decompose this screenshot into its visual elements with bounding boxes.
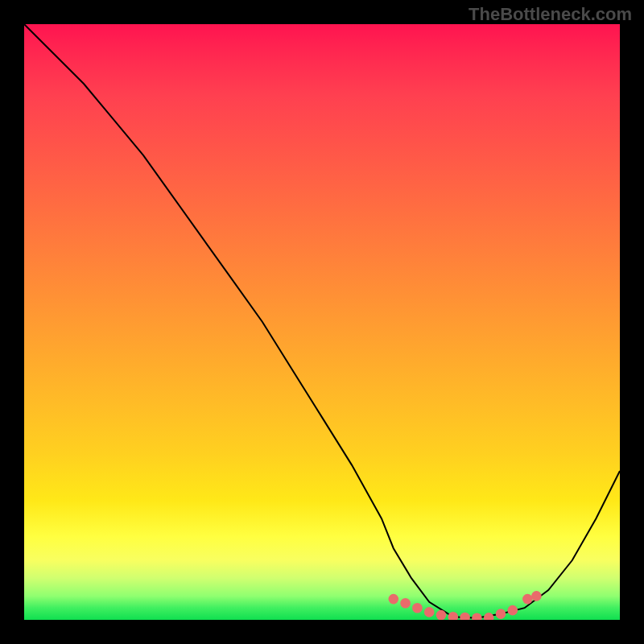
marker-dot [412, 603, 423, 613]
bottleneck-curve-line [24, 24, 620, 618]
marker-dot [531, 591, 542, 601]
marker-dot [424, 607, 435, 617]
watermark-text: TheBottleneck.com [469, 4, 632, 25]
marker-dot [484, 613, 494, 620]
marker-dot [460, 613, 470, 620]
marker-dot [448, 612, 459, 620]
marker-dot [472, 613, 482, 620]
chart-container: TheBottleneck.com [0, 0, 644, 644]
marker-dot [436, 610, 447, 620]
marker-dot [496, 609, 506, 619]
plot-area [24, 24, 620, 620]
chart-svg [24, 24, 620, 620]
marker-dot [400, 598, 411, 609]
marker-dot [389, 594, 399, 605]
highlight-markers [389, 591, 542, 620]
marker-dot [508, 605, 518, 616]
marker-dot [522, 594, 533, 605]
